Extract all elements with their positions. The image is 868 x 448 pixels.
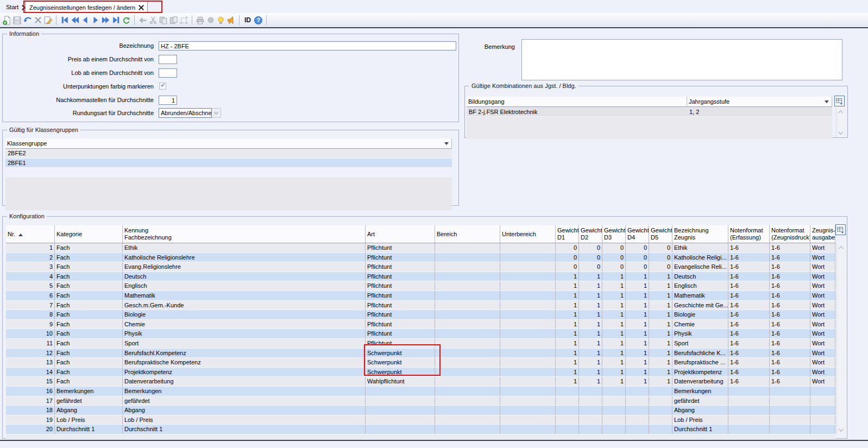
table-cell: 1: [579, 329, 602, 338]
cut-icon[interactable]: [148, 15, 158, 26]
refresh-icon[interactable]: [121, 15, 131, 26]
table-row[interactable]: 13FachBerufspraktische KompetenzSchwerpu…: [6, 358, 835, 368]
column-header[interactable]: Notenformat(Erfassung): [728, 225, 770, 243]
scroll-down-icon[interactable]: [839, 427, 844, 432]
id-button[interactable]: ID: [242, 16, 253, 24]
table-row[interactable]: 19Lob / PreisLob / PreisLob / Preis: [6, 415, 835, 425]
toolbar-separator: [192, 15, 192, 25]
vertical-scrollbar[interactable]: [836, 108, 845, 137]
table-row[interactable]: 14FachProjektkompetenzSchwerpunkt11111Pr…: [6, 368, 835, 377]
column-header[interactable]: Nr.: [6, 225, 55, 243]
lob-input[interactable]: [159, 68, 177, 78]
table-cell: 1-6: [728, 349, 770, 358]
table-row[interactable]: 8FachBiologiePflichtunt11111Biologie1-61…: [6, 310, 835, 320]
back-arrow-icon[interactable]: [137, 15, 148, 26]
table-cell: [626, 406, 649, 415]
table-cell: [500, 329, 556, 338]
table-row[interactable]: 16BemerkungenBemerkungenBemerkungen: [6, 387, 835, 396]
table-row[interactable]: 11FachSportPflichtunt11111Sport1-61-6Wor…: [6, 339, 835, 349]
preis-input[interactable]: [159, 55, 177, 64]
next-icon[interactable]: [90, 15, 100, 26]
rundungsart-combobox[interactable]: Abrunden/Abschneiden: [159, 108, 221, 118]
table-row[interactable]: 10FachPhysikPflichtunt11111Physik1-61-6W…: [6, 329, 835, 339]
table-cell: 3: [6, 262, 55, 272]
table-cell: 1: [649, 281, 672, 291]
edit-icon[interactable]: [43, 15, 53, 26]
vertical-scrollbar[interactable]: [836, 243, 845, 434]
unterpunktungen-checkbox[interactable]: [159, 83, 166, 90]
record-circle-icon[interactable]: [205, 15, 216, 26]
column-chooser-button[interactable]: [835, 224, 846, 235]
table-row[interactable]: 2FachKatholische ReligionslehrePflichtun…: [6, 253, 835, 263]
close-icon[interactable]: [139, 5, 143, 10]
konfiguration-group: Konfiguration Nr.KategorieKennungFachbez…: [2, 216, 847, 439]
delete-icon[interactable]: [33, 15, 43, 26]
column-header[interactable]: KennungFachbezeichnung: [123, 225, 366, 243]
notification-horn-icon[interactable]: [226, 15, 236, 26]
column-header[interactable]: Zeugnis-ausgabe: [810, 225, 835, 243]
copy-icon[interactable]: [158, 15, 168, 26]
column-header[interactable]: Bereich: [435, 225, 500, 243]
table-cell: 12: [6, 349, 55, 358]
table-row[interactable]: 7FachGesch.m.Gem.-KundePflichtunt11111Ge…: [6, 301, 835, 311]
table-row[interactable]: BF 2-j.FSR Elektrotechnik1, 2: [467, 107, 832, 117]
column-header[interactable]: GewichtD2: [579, 225, 602, 243]
column-chooser-button[interactable]: [834, 96, 845, 106]
scroll-down-icon[interactable]: [838, 130, 844, 135]
save-icon[interactable]: [12, 15, 22, 26]
table-row[interactable]: 20Durchschnitt 1Durchschnitt 1Durchschni…: [6, 425, 835, 434]
column-header[interactable]: Art: [366, 225, 435, 243]
column-header[interactable]: Notenformat(Zeugnisdruck): [770, 225, 810, 243]
undo-icon[interactable]: [22, 15, 33, 26]
column-header[interactable]: Unterbereich: [500, 225, 556, 243]
column-header[interactable]: GewichtD5: [649, 225, 672, 243]
dropdown-arrow-icon[interactable]: [825, 100, 829, 103]
dropdown-arrow-icon[interactable]: [444, 142, 449, 145]
column-header[interactable]: GewichtD1: [556, 225, 579, 243]
table-row[interactable]: 9FachChemiePflichtunt11111Chemie1-61-6Wo…: [6, 320, 835, 330]
list-item[interactable]: 2BFE1: [5, 159, 452, 168]
column-header[interactable]: GewichtD4: [626, 225, 649, 243]
column-header-klassengruppe[interactable]: Klassengruppe: [5, 138, 452, 149]
scroll-up-icon[interactable]: [838, 110, 844, 116]
dropdown-button[interactable]: [212, 108, 221, 118]
new-record-icon[interactable]: [2, 15, 12, 26]
nachkommastellen-input[interactable]: [159, 96, 177, 105]
sort-ascending-icon[interactable]: [18, 234, 23, 236]
table-cell: [500, 406, 556, 415]
bemerkung-textarea[interactable]: [521, 39, 842, 80]
table-cell: Fach: [55, 281, 123, 291]
table-row[interactable]: 6FachMathematikPflichtunt11111Mathematik…: [6, 291, 835, 301]
table-cell: Pflichtunt: [366, 339, 435, 348]
table-row[interactable]: 3FachEvang.ReligionslehrePflichtunt00000…: [6, 262, 835, 272]
column-header-bildungsgang[interactable]: Bildungsgang: [467, 97, 687, 107]
previous-fast-icon[interactable]: [70, 15, 80, 26]
first-record-icon[interactable]: [59, 15, 70, 26]
table-cell: [579, 415, 602, 425]
table-row[interactable]: 12FachBerufsfachl.KompetenzSchwerpunkt11…: [6, 349, 835, 358]
table-row[interactable]: 18AbgangAbgangAbgang: [6, 406, 835, 415]
paste-icon[interactable]: [168, 15, 179, 26]
column-header[interactable]: BezeichnungZeugnis: [672, 225, 728, 243]
hint-bulb-icon[interactable]: [216, 15, 226, 26]
list-item[interactable]: 2BFE2: [5, 149, 452, 159]
column-header-jahrgangsstufe[interactable]: Jahrgangsstufe: [687, 97, 832, 107]
table-cell: Wort: [810, 310, 835, 319]
table-cell: 1: [602, 368, 626, 377]
column-header[interactable]: Kategorie: [55, 225, 123, 243]
help-icon[interactable]: ?: [253, 15, 263, 26]
tab-zeugniseinstellungen[interactable]: Zeugniseinstellungen festlegen / ändern: [25, 1, 148, 13]
table-row[interactable]: 5FachEnglischPflichtunt11111Englisch1-61…: [6, 281, 835, 291]
table-row[interactable]: 4FachDeutschPflichtunt11111Deutsch1-61-6…: [6, 272, 835, 282]
table-cell: Abgang: [123, 406, 366, 415]
table-row[interactable]: 15FachDatenverarbeitungWahlpflichtunt111…: [6, 377, 835, 387]
previous-icon[interactable]: [80, 15, 90, 26]
print-icon[interactable]: [195, 15, 205, 26]
next-fast-icon[interactable]: [100, 15, 111, 26]
column-header[interactable]: GewichtD3: [602, 225, 626, 243]
select-region-icon[interactable]: [179, 15, 189, 26]
scroll-up-icon[interactable]: [839, 246, 844, 251]
last-record-icon[interactable]: [111, 15, 121, 26]
table-row[interactable]: 1FachEthikPflichtunt00000Ethik1-61-6Wort: [6, 243, 835, 253]
table-row[interactable]: 17gefährdetgefährdetgefährdet: [6, 396, 835, 406]
